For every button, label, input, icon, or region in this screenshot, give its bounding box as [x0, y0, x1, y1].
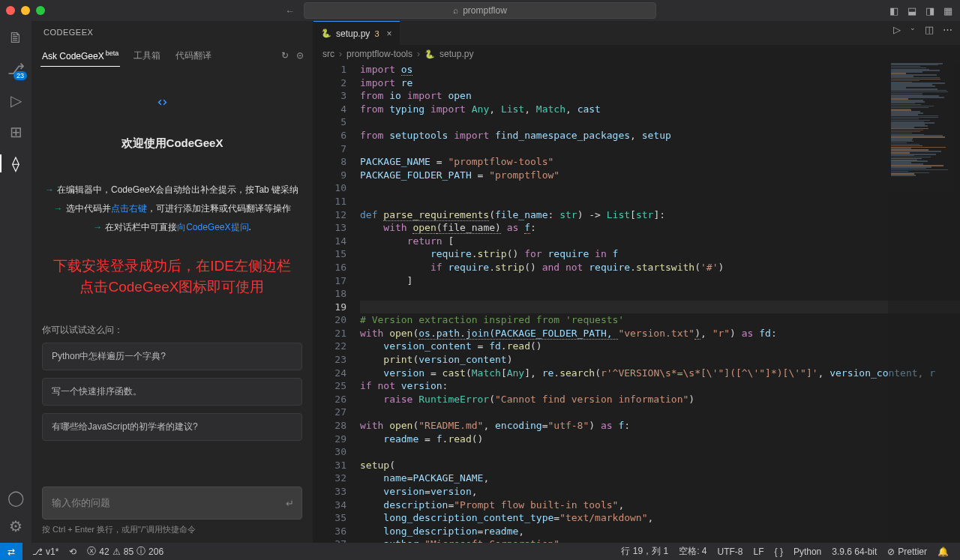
python-interpreter[interactable]: 3.9.6 64-bit	[826, 545, 882, 558]
tab-toolbox[interactable]: 工具箱	[132, 45, 162, 67]
status-bar: ⇄ ⎇ v1* ⟲ ⓧ 42 ⚠ 85 ⓘ 206 行 19，列 1 空格: 4…	[0, 543, 960, 560]
line-gutter: 1234567891011121314151617181920212223242…	[314, 63, 360, 543]
more-icon[interactable]: ⊝	[296, 50, 304, 61]
accounts-icon[interactable]: ◯	[7, 489, 25, 507]
activity-bar: 🗎 ⎇23 ▷ ⊞ ⟠ ◯ ⚙	[0, 21, 32, 543]
indentation[interactable]: 空格: 4	[674, 545, 712, 558]
toggle-secondary-sidebar-icon[interactable]: ◨	[926, 5, 934, 16]
split-editor-icon[interactable]: ◫	[925, 24, 934, 35]
tips: →在编辑器中，CodeGeeX会自动给出补全提示，按Tab 键采纳 →选中代码并…	[39, 181, 305, 238]
search-text: promptflow	[463, 5, 507, 16]
breadcrumb[interactable]: src› promptflow-tools› 🐍 setup.py	[314, 45, 960, 63]
language-mode[interactable]: Python	[788, 545, 826, 558]
history-icon[interactable]: ↻	[281, 50, 289, 61]
crumb-src[interactable]: src	[322, 49, 334, 59]
crumb-file[interactable]: setup.py	[440, 49, 473, 59]
layout-controls: ◧ ⬓ ◨ ▦	[890, 5, 952, 16]
minimize-window[interactable]	[21, 6, 30, 15]
tab-close-icon[interactable]: ×	[387, 28, 392, 39]
run-icon[interactable]: ▷	[893, 24, 901, 35]
editor-area: 🐍 setup.py 3 × ▷ ⌄ ◫ ⋯ src› promptflow-t…	[314, 21, 960, 543]
suggestions-label: 你可以试试这么问：	[42, 324, 302, 337]
file-tab-setup[interactable]: 🐍 setup.py 3 ×	[314, 21, 400, 45]
problems[interactable]: ⓧ 42 ⚠ 85 ⓘ 206	[82, 545, 169, 558]
customize-layout-icon[interactable]: ▦	[944, 5, 952, 16]
overlay-annotation: 下载安装登录成功后，在IDE左侧边栏 点击CodeGeeX图标即可使用	[39, 256, 305, 298]
suggestion-2[interactable]: 写一个快速排序函数。	[42, 378, 302, 406]
crumb-folder[interactable]: promptflow-tools	[346, 49, 412, 59]
prettier[interactable]: ⊘ Prettier	[882, 545, 932, 558]
source-control-icon[interactable]: ⎇23	[7, 60, 25, 78]
run-debug-icon[interactable]: ▷	[7, 91, 25, 109]
welcome-title: 欢迎使用CodeGeeX	[39, 136, 305, 151]
editor-more-icon[interactable]: ⋯	[943, 24, 952, 35]
eol[interactable]: LF	[748, 545, 770, 558]
close-window[interactable]	[6, 6, 15, 15]
send-icon[interactable]: ↵	[286, 498, 294, 509]
git-sync[interactable]: ⟲	[64, 547, 82, 557]
python-file-icon: 🐍	[424, 49, 435, 59]
python-file-icon: 🐍	[321, 28, 332, 38]
nav-back-icon[interactable]: ←	[285, 5, 295, 16]
titlebar: ← → ⌕ promptflow ◧ ⬓ ◨ ▦	[0, 0, 960, 21]
git-branch[interactable]: ⎇ v1*	[27, 547, 64, 557]
suggestion-3[interactable]: 有哪些给JavaScript的初学者的建议?	[42, 413, 302, 441]
tab-modified-count: 3	[374, 29, 379, 38]
chat-input[interactable]: 输入你的问题 ↵	[42, 487, 302, 520]
extensions-icon[interactable]: ⊞	[7, 123, 25, 141]
side-panel: CODEGEEX Ask CodeGeeXbeta 工具箱 代码翻译 ↻ ⊝ 欢…	[32, 21, 314, 543]
tab-filename: setup.py	[336, 28, 370, 39]
minimap[interactable]	[888, 63, 960, 543]
notifications-bell-icon[interactable]: 🔔	[932, 545, 954, 558]
cursor-position[interactable]: 行 19，列 1	[616, 545, 674, 558]
chat-hint: 按 Ctrl + Enter 换行，或用"/"调用快捷命令	[42, 524, 302, 535]
code-content[interactable]: import osimport refrom io import openfro…	[360, 63, 960, 543]
settings-gear-icon[interactable]: ⚙	[7, 517, 25, 535]
encoding[interactable]: UTF-8	[712, 545, 748, 558]
tab-translate[interactable]: 代码翻译	[174, 45, 213, 67]
run-dropdown-icon[interactable]: ⌄	[910, 24, 916, 35]
toggle-panel-icon[interactable]: ⬓	[908, 5, 916, 16]
codegeex-icon[interactable]: ⟠	[7, 154, 25, 172]
code-editor[interactable]: 1234567891011121314151617181920212223242…	[314, 63, 960, 543]
panel-title: CODEGEEX	[32, 21, 313, 43]
panel-tabs: Ask CodeGeeXbeta 工具箱 代码翻译 ↻ ⊝	[32, 43, 313, 67]
remote-indicator[interactable]: ⇄	[0, 543, 22, 560]
command-center[interactable]: ⌕ promptflow	[304, 2, 656, 19]
toggle-primary-sidebar-icon[interactable]: ◧	[890, 5, 898, 16]
chat-placeholder: 输入你的问题	[52, 496, 110, 510]
scm-badge: 23	[14, 71, 27, 80]
search-icon: ⌕	[453, 5, 458, 16]
language-braces-icon[interactable]: { }	[770, 545, 788, 558]
editor-tabs: 🐍 setup.py 3 × ▷ ⌄ ◫ ⋯	[314, 21, 960, 45]
explorer-icon[interactable]: 🗎	[7, 28, 25, 46]
maximize-window[interactable]	[36, 6, 45, 15]
suggestion-1[interactable]: Python中怎样遍历一个字典?	[42, 343, 302, 370]
window-controls	[6, 6, 45, 15]
tab-ask[interactable]: Ask CodeGeeXbeta	[40, 45, 120, 67]
codegeex-logo-icon	[158, 97, 188, 127]
